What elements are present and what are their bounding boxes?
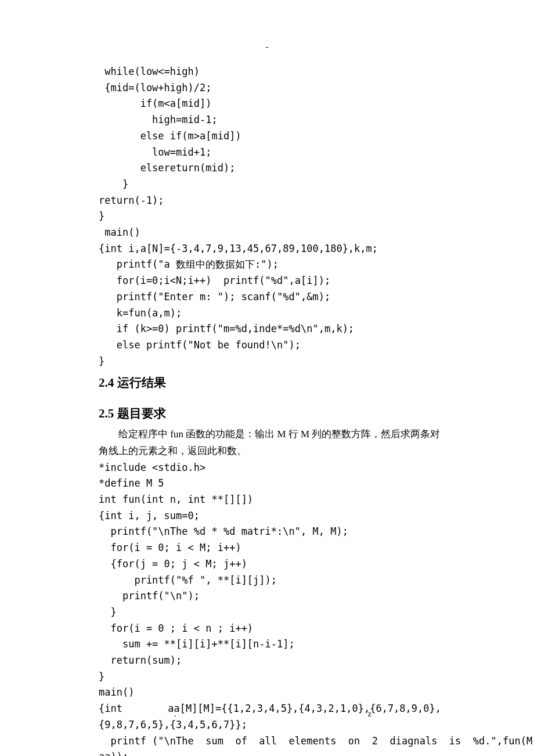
code-block-1: while(low<=high) {mid=(low+high)/2; if(m… [99, 64, 441, 369]
page: - while(low<=high) {mid=(low+high)/2; if… [0, 0, 534, 756]
code-block-2a: *include <stdio.h> *define M 5 int fun(i… [99, 460, 441, 701]
footer-right: z [368, 708, 371, 721]
header-mark: - [266, 39, 269, 53]
problem-description: 给定程序中 fun 函数的功能是：输出 M 行 M 列的整数方阵，然后求两条对角… [99, 426, 441, 460]
footer: . z [99, 708, 441, 721]
code-block-2b: {9,8,7,6,5},{3,4,5,6,7}}; printf ("\nThe… [99, 717, 441, 756]
heading-2-4: 2.4 运行结果 [99, 373, 441, 393]
heading-2-5: 2.5 题目要求 [99, 404, 441, 423]
footer-left: . [174, 708, 176, 721]
